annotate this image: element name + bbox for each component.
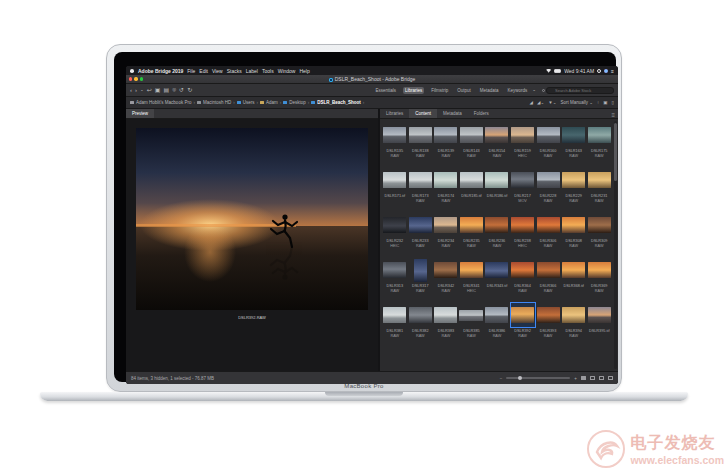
workspace-tab-metadata[interactable]: Metadata [478, 87, 501, 94]
menu-item-view[interactable]: View [212, 68, 223, 74]
thumbnail-image[interactable] [511, 168, 535, 192]
workspace-tab-libraries[interactable]: Libraries [403, 87, 424, 94]
thumbnail-size-slider[interactable] [506, 377, 570, 378]
thumbnail-dslr235[interactable]: DSLR235RAW [459, 211, 485, 256]
thumbnail-dslr185.tif[interactable]: DSLR185.tif [459, 166, 485, 211]
sort-dropdown[interactable]: Sort Manually ⌄ [560, 100, 593, 105]
workspace-chevron-icon[interactable]: ⌄ [532, 87, 536, 93]
thumbnail-dslr394[interactable]: DSLR394RAW [561, 301, 587, 346]
minimize-button[interactable] [134, 77, 137, 80]
thumbnail-dslr364[interactable]: DSLR364RAW [510, 256, 536, 301]
thumbnail-image[interactable] [434, 213, 458, 237]
thumbnail-image[interactable] [383, 258, 407, 282]
thumbnail-image[interactable] [383, 168, 407, 192]
thumbnail-image[interactable] [408, 168, 432, 192]
thumbnail-image[interactable] [459, 303, 483, 327]
thumbnail-image[interactable] [511, 258, 535, 282]
thumbnail-image[interactable] [434, 168, 458, 192]
camera-import-icon[interactable]: ▣ [155, 87, 161, 93]
thumbnail-dslr233[interactable]: DSLR233RAW [408, 211, 434, 256]
thumbnail-image[interactable] [587, 168, 611, 192]
thumbnail-dslr383[interactable]: DSLR383RAW [433, 301, 459, 346]
thumbnail-dslr234[interactable]: DSLR234RAW [433, 211, 459, 256]
thumbnail-image[interactable] [536, 213, 560, 237]
thumbnail-dslr135[interactable]: DSLR135RAW [382, 121, 408, 166]
thumbnail-image[interactable] [587, 213, 611, 237]
view-list-icon[interactable] [599, 376, 604, 381]
tab-content[interactable]: Content [409, 109, 437, 118]
menu-item-label[interactable]: Label [246, 68, 258, 74]
thumbnail-dslr154[interactable]: DSLR154RAW [484, 121, 510, 166]
adobe-stock-search-input[interactable] [546, 87, 614, 94]
thumbnail-image[interactable] [459, 258, 483, 282]
thumbnail-dslr217[interactable]: DSLR217MOV [510, 166, 536, 211]
thumbnail-image[interactable] [536, 168, 560, 192]
thumbnail-dslr308[interactable]: DSLR308RAW [561, 211, 587, 256]
thumbnail-image[interactable] [459, 213, 483, 237]
menu-app-name[interactable]: Adobe Bridge 2019 [138, 68, 183, 74]
thumbnail-image[interactable] [562, 168, 586, 192]
thumbnail-image[interactable] [511, 123, 535, 147]
breadcrumb-item[interactable]: Desktop [289, 100, 306, 105]
wifi-icon[interactable] [546, 69, 551, 73]
thumbnail-dslr238[interactable]: DSLR238HEIC [510, 211, 536, 256]
thumbnail-image[interactable] [434, 303, 458, 327]
menu-item-edit[interactable]: Edit [199, 68, 208, 74]
thumbnail-image[interactable] [408, 258, 432, 282]
thumbnail-image[interactable] [511, 303, 535, 327]
thumbnail-dslr317[interactable]: DSLR317RAW [408, 256, 434, 301]
filter-funnel-icon[interactable]: ▼⌄ [548, 100, 556, 105]
tab-libraries[interactable]: Libraries [380, 109, 409, 118]
thumbnail-dslr341[interactable]: DSLR341HEIC [459, 256, 485, 301]
tab-metadata[interactable]: Metadata [437, 109, 468, 118]
sort-direction-icon[interactable]: ↑ [597, 100, 599, 105]
thumbnail-dslr382[interactable]: DSLR382RAW [408, 301, 434, 346]
close-button[interactable] [129, 77, 132, 80]
thumbnail-image[interactable] [485, 303, 509, 327]
thumbnail-dslr163[interactable]: DSLR163RAW [561, 121, 587, 166]
thumbnail-dslr138[interactable]: DSLR138RAW [408, 121, 434, 166]
thumbnail-image[interactable] [459, 168, 483, 192]
workspace-tab-filmstrip[interactable]: Filmstrip [429, 87, 450, 94]
workspace-tab-keywords[interactable]: Keywords [505, 87, 529, 94]
scrollbar[interactable] [614, 121, 617, 369]
thumbnail-dslr309[interactable]: DSLR309RAW [586, 211, 612, 256]
notification-center-icon[interactable]: ≡ [611, 69, 614, 73]
breadcrumb-item[interactable]: DSLR_Beach_Shoot [317, 100, 361, 105]
filter-rating-icon[interactable]: ◢ [530, 100, 533, 105]
open-recent-icon[interactable]: ◎ [172, 87, 176, 93]
scrollbar-thumb[interactable] [614, 123, 617, 181]
trash-icon[interactable]: ▯ [612, 100, 614, 105]
menu-item-help[interactable]: Help [299, 68, 309, 74]
chevron-down-icon[interactable]: ⌄ [140, 87, 144, 93]
thumbnail-dslr139[interactable]: DSLR139RAW [433, 121, 459, 166]
thumbnail-image[interactable] [485, 168, 509, 192]
view-grid-icon[interactable] [581, 376, 586, 381]
thumbnail-dslr306[interactable]: DSLR306RAW [535, 211, 561, 256]
thumbnail-dslr174[interactable]: DSLR174RAW [433, 166, 459, 211]
thumbnail-dslr231[interactable]: DSLR231RAW [586, 166, 612, 211]
menu-item-file[interactable]: File [187, 68, 195, 74]
thumbnail-dslr171.tif[interactable]: DSLR171.tif [382, 166, 408, 211]
new-folder-icon[interactable]: ▣ [603, 100, 607, 105]
thumbnail-image[interactable] [434, 258, 458, 282]
zoom-button[interactable] [140, 77, 143, 80]
thumbnail-image[interactable] [562, 303, 586, 327]
thumbnail-dslr175[interactable]: DSLR175RAW [586, 121, 612, 166]
thumbnail-dslr160[interactable]: DSLR160RAW [535, 121, 561, 166]
menu-item-stacks[interactable]: Stacks [227, 68, 242, 74]
thumbnail-image[interactable] [562, 258, 586, 282]
zoom-out-icon[interactable]: − [500, 376, 503, 381]
thumbnail-image[interactable] [485, 258, 509, 282]
thumbnail-image[interactable] [408, 303, 432, 327]
workspace-tab-output[interactable]: Output [455, 87, 473, 94]
thumbnail-dslr368.tif[interactable]: DSLR368.tif [561, 256, 587, 301]
slider-knob[interactable] [518, 376, 522, 380]
thumbnail-image[interactable] [562, 213, 586, 237]
panel-menu-icon[interactable]: ≡ [611, 112, 618, 118]
tab-preview[interactable]: Preview [126, 109, 154, 118]
thumbnail-image[interactable] [459, 123, 483, 147]
menubar-clock[interactable]: Wed 9:41 AM [564, 68, 594, 74]
thumbnail-dslr366[interactable]: DSLR366RAW [535, 256, 561, 301]
thumbnail-dslr386[interactable]: DSLR386RAW [484, 301, 510, 346]
